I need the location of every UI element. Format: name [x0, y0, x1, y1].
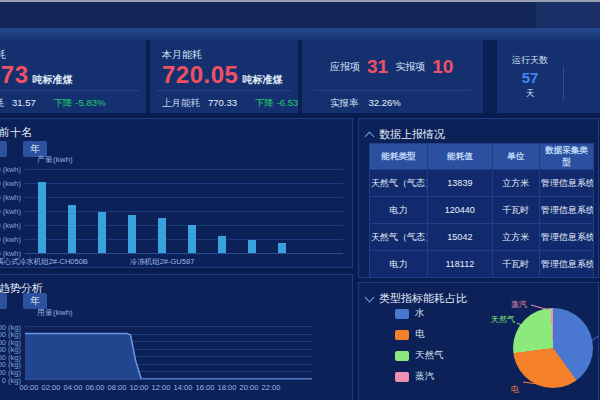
- trend-area-svg: [25, 326, 312, 379]
- table-header-cell: 能耗类型: [370, 144, 428, 170]
- sub-header-band: [0, 28, 600, 40]
- prev-month-label: 上月能耗: [162, 97, 200, 108]
- table-cell: 千瓦时: [492, 197, 539, 224]
- data-report-table: 能耗类型能耗值单位数据采集类型天然气（气态）13839立方米管理信息系统电力12…: [369, 143, 594, 278]
- y-axis-tick: 60,000 (kwh): [0, 165, 21, 174]
- legend-item-水[interactable]: 水: [395, 307, 444, 320]
- table-cell: 天然气（气态）: [370, 224, 428, 251]
- table-cell: 立方米: [492, 170, 539, 197]
- today-energy-unit: 吨标准煤: [33, 74, 73, 85]
- stat-card-running-days: 运行天数 57 天: [497, 40, 600, 113]
- table-cell: 千瓦时: [492, 251, 539, 278]
- month-energy-label: 本月能耗: [162, 48, 202, 62]
- trend-area-chart[interactable]: 0 (kg)1,000 (kg)2,000 (kg)3,000 (kg)4,00…: [25, 326, 312, 379]
- period-button-partial[interactable]: [0, 293, 7, 309]
- table-row[interactable]: 电力118112千瓦时管理信息系统: [370, 251, 594, 278]
- report-rate-value: 32.26%: [369, 97, 401, 108]
- stat-card-report-items: 应报项 31 实报项 10 实报率32.26%: [302, 40, 483, 113]
- table-cell: 15042: [428, 224, 493, 251]
- time-axis-label: 18:00: [218, 383, 237, 392]
- table-cell: 管理信息系统: [540, 170, 594, 197]
- table-row[interactable]: 天然气（气态）13839立方米管理信息系统: [370, 170, 594, 197]
- legend-swatch: [395, 330, 409, 340]
- rank-bar-chart[interactable]: 0 (kwh)10,000 (kwh)20,000 (kwh)30,000 (k…: [25, 169, 343, 253]
- time-axis-label: 20:00: [240, 383, 259, 392]
- table-header-cell: 能耗值: [428, 144, 493, 170]
- legend-swatch: [395, 309, 409, 319]
- gridline: [25, 253, 343, 254]
- bar-6[interactable]: [188, 225, 196, 253]
- time-axis-label: 12:00: [152, 383, 171, 392]
- gridline: [25, 169, 343, 170]
- table-cell: 管理信息系统: [540, 224, 594, 251]
- month-energy-prev-row: 上月能耗770.33下降 -6.53%: [162, 97, 298, 110]
- due-items-label: 应报项: [330, 60, 360, 74]
- y-axis-tick: 10,000 (kwh): [0, 235, 21, 244]
- table-cell: 电力: [370, 251, 428, 278]
- legend-swatch: [395, 351, 409, 361]
- time-axis-label: 04:00: [64, 383, 83, 392]
- pie-callout-steam: 蒸汽: [511, 299, 527, 310]
- card-divider: [314, 90, 471, 91]
- panel-type-share: 类型指标能耗占比 水电天然气蒸汽 蒸汽 天然气 电: [358, 282, 599, 400]
- trend-axis-name: 用量(kwh): [37, 307, 73, 318]
- today-trend: 下降 -5.83%: [54, 97, 106, 108]
- bar-4[interactable]: [128, 215, 136, 254]
- table-cell: 电力: [370, 197, 428, 224]
- legend-item-蒸汽[interactable]: 蒸汽: [395, 370, 444, 383]
- energy-rank-title: 能耗排名前十名: [0, 125, 32, 140]
- today-energy-prev-row: 上日能耗31.57下降 -5.83%: [0, 97, 106, 110]
- stat-card-month-energy: 本月能耗 720.05吨标准煤 上月能耗770.33下降 -6.53%: [150, 40, 298, 113]
- report-rate-row: 实报率32.26%: [330, 97, 401, 110]
- bar-5[interactable]: [158, 218, 166, 253]
- table-cell: 立方米: [492, 224, 539, 251]
- dashboard-screen: 本日能耗 29.73吨标准煤 上日能耗31.57下降 -5.83% 本月能耗 7…: [0, 0, 600, 400]
- table-row[interactable]: 电力120440千瓦时管理信息系统: [370, 197, 594, 224]
- table-cell: 120440: [428, 197, 493, 224]
- month-trend: 下降 -6.53%: [255, 97, 298, 108]
- table-cell: 管理信息系统: [540, 197, 594, 224]
- panel-energy-trend: 能耗趋势分析 年 用量(kwh) 0 (kg)1,000 (kg)2,000 (…: [0, 274, 353, 400]
- period-button-partial[interactable]: [0, 141, 7, 157]
- done-items-label: 实报项: [395, 60, 425, 74]
- x-axis-label: 冷冻机组2#-GU587: [130, 257, 195, 267]
- legend-item-天然气[interactable]: 天然气: [395, 349, 444, 362]
- collapse-chevron-icon[interactable]: [365, 293, 375, 303]
- bar-7[interactable]: [218, 236, 226, 253]
- bar-8[interactable]: [248, 240, 256, 253]
- bar-3[interactable]: [98, 212, 106, 253]
- bar-1[interactable]: [38, 182, 46, 253]
- running-days-unit: 天: [526, 88, 535, 100]
- running-days-block: 运行天数 57 天: [497, 40, 563, 113]
- time-axis-label: 02:00: [42, 383, 61, 392]
- legend-swatch: [395, 372, 409, 382]
- bar-2[interactable]: [68, 205, 76, 253]
- legend-label: 电: [415, 328, 425, 341]
- table-cell: 118112: [428, 251, 493, 278]
- collapse-chevron-icon[interactable]: [365, 132, 375, 142]
- bar-9[interactable]: [278, 243, 286, 253]
- data-report-title: 数据上报情况: [379, 127, 445, 142]
- stat-card-today-energy: 本日能耗 29.73吨标准煤 上日能耗31.57下降 -5.83%: [0, 40, 146, 113]
- y-axis-tick: 7,000 (kg): [0, 323, 21, 332]
- legend-item-电[interactable]: 电: [395, 328, 444, 341]
- y-axis-tick: 30,000 (kwh): [0, 207, 21, 216]
- y-axis-tick: 50,000 (kwh): [0, 179, 21, 188]
- report-counts-row: 应报项 31 实报项 10: [330, 56, 453, 78]
- prev-month-value: 770.33: [208, 97, 237, 108]
- legend-label: 水: [415, 307, 425, 320]
- table-cell: 管理信息系统: [540, 251, 594, 278]
- month-energy-value: 720.05: [162, 61, 238, 88]
- table-row[interactable]: 天然气（气态）15042立方米管理信息系统: [370, 224, 594, 251]
- card-divider: [0, 90, 140, 91]
- today-energy-label: 本日能耗: [0, 48, 6, 62]
- time-axis-label: 22:00: [262, 383, 281, 392]
- time-axis-label: 06:00: [86, 383, 105, 392]
- pie-chart[interactable]: [513, 308, 593, 388]
- rank-axis-name: 产量(kwh): [37, 154, 73, 165]
- pie-callout-electric: 电: [511, 384, 519, 395]
- x-axis-label: 离心式冷水机组2#-CH050B: [0, 257, 88, 267]
- gridline: [25, 197, 343, 198]
- y-axis-tick: 20,000 (kwh): [0, 221, 21, 230]
- panel-data-report: 数据上报情况 能耗类型能耗值单位数据采集类型天然气（气态）13839立方米管理信…: [358, 118, 599, 278]
